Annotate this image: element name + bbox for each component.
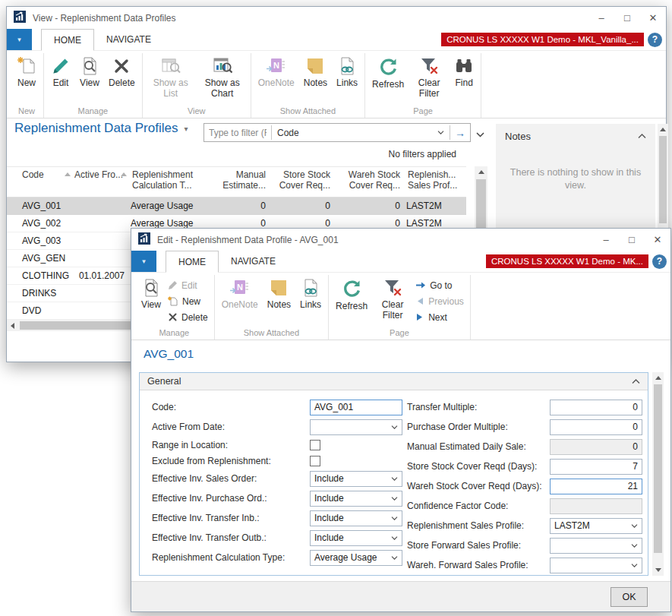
minimize-icon[interactable]: – [593,229,619,251]
view-button[interactable]: View [75,53,104,89]
maximize-icon[interactable]: □ [614,7,640,29]
onenote-button: N OneNote [217,275,263,311]
edit-button[interactable]: Edit [46,53,75,89]
general-fasttab-header[interactable]: General [140,373,648,390]
wareh-forward-sales-profile-select[interactable] [550,558,642,573]
scroll-up-icon[interactable] [658,124,668,135]
wareh-stock-cover-reqd-field[interactable] [550,479,642,494]
col-header-sales-profile[interactable]: Replenish... Sales Prof... [406,167,466,197]
view-button[interactable]: View [137,275,166,311]
range-in-location-checkbox[interactable] [310,440,320,450]
new-button[interactable]: New [12,53,41,89]
ribbon: View Edit New Delete [131,273,670,340]
table-header-row: Code Active Fro... Replenishment Calcula… [7,167,466,197]
scrollbar-thumb[interactable] [654,384,662,553]
col-header-manual-estimate[interactable]: Manual Estimate... [219,167,272,197]
new-button[interactable]: New [168,293,208,309]
clear-filter-button[interactable]: Clear Filter [372,275,413,321]
refresh-button[interactable]: Refresh [368,53,409,90]
replenishment-sales-profile-select[interactable]: LAST2M [550,518,642,534]
scroll-up-icon[interactable] [652,372,664,384]
exclude-from-replenishment-checkbox[interactable] [310,456,320,466]
chevron-down-icon [391,477,398,481]
scroll-left-icon[interactable] [7,320,18,331]
table-row[interactable]: AVG_001 Average Usage 0 0 0 LAST2M [7,197,466,215]
filter-input[interactable] [204,125,271,141]
ribbon-tabstrip: ▼ HOME NAVIGATE CRONUS LS XXXXX W1 Demo … [7,29,666,51]
group-label-page: Page [331,327,468,340]
delete-button[interactable]: Delete [104,53,140,89]
onenote-button: N OneNote [254,53,299,89]
links-button[interactable]: Links [332,53,362,89]
active-from-date-select[interactable] [310,419,402,435]
ribbon-group-manage: Edit View Delete Manage [44,53,143,118]
chevron-down-icon [391,536,398,540]
notes-button[interactable]: Notes [263,275,295,311]
minimize-icon[interactable]: – [588,7,614,29]
titlebar[interactable]: Edit - Replenishment Data Profile - AVG_… [131,229,670,251]
effective-inv-sales-order-select[interactable]: Include [310,471,402,487]
edit-button: Edit [168,277,208,293]
maximize-icon[interactable]: □ [619,229,645,251]
svg-text:N: N [273,61,279,70]
ribbon-group-show-attached: N OneNote Notes Links Show Attached [251,53,365,118]
effective-inv-transfer-inb-select[interactable]: Include [310,510,402,526]
filter-column-selector[interactable]: Code [272,128,450,138]
col-header-calc-type[interactable]: Replenishment Calculation T... [131,167,219,197]
scroll-down-icon[interactable] [652,564,664,576]
close-icon[interactable]: ✕ [640,7,666,29]
transfer-multiple-field[interactable] [550,400,642,415]
refresh-button[interactable]: Refresh [331,275,372,312]
new-document-icon [168,296,178,307]
tab-home[interactable]: HOME [41,29,94,51]
col-header-store-cover[interactable]: Store Stock Cover Req... [272,167,336,197]
apply-filter-arrow-icon[interactable]: → [450,127,470,139]
store-forward-sales-profile-select[interactable] [550,538,642,554]
page-title-caret-icon[interactable]: ▾ [184,125,188,133]
expand-filter-chevron-icon[interactable] [476,127,484,141]
show-as-chart-button[interactable]: Show as Chart [197,53,248,99]
tab-navigate[interactable]: NAVIGATE [219,251,288,272]
store-stock-cover-reqd-label: Store Stock Cover Reqd (Days): [407,461,550,472]
links-button[interactable]: Links [295,275,326,311]
help-icon[interactable]: ? [648,33,662,47]
tab-navigate[interactable]: NAVIGATE [94,29,163,50]
group-label-manage: Manage [137,327,212,340]
col-header-wareh-cover[interactable]: Wareh Stock Cover Req... [336,167,406,197]
application-menu-button[interactable]: ▼ [131,251,156,272]
replenishment-calc-type-label: Replenishment Calculation Type: [152,552,310,563]
effective-inv-purchase-ord-label: Effective Inv. Purchase Ord.: [152,493,310,504]
tab-home[interactable]: HOME [166,251,219,273]
scrollbar-thumb[interactable] [659,136,667,223]
go-to-button[interactable]: Go to [415,277,464,293]
effective-inv-transfer-inb-label: Effective Inv. Transfer Inb.: [152,513,310,523]
ok-button[interactable]: OK [610,587,648,607]
help-icon[interactable]: ? [652,254,667,269]
titlebar[interactable]: View - Replenishment Data Profiles – □ ✕ [7,7,666,29]
collapse-chevron-icon[interactable] [638,134,646,139]
code-label: Code: [152,402,310,412]
next-button[interactable]: Next [415,309,464,325]
range-in-location-label: Range in Location: [152,440,310,450]
collapse-chevron-icon[interactable] [632,379,640,384]
effective-inv-purchase-ord-select[interactable]: Include [310,491,402,507]
form-vertical-scrollbar[interactable] [652,372,664,576]
chevron-down-icon [391,516,398,520]
replenishment-sales-profile-label: Replenishment Sales Profile: [407,520,550,531]
purchase-order-multiple-field[interactable] [550,419,642,435]
replenishment-calc-type-select[interactable]: Average Usage [310,550,402,566]
close-icon[interactable]: ✕ [645,229,670,251]
notes-button[interactable]: Notes [299,53,332,89]
effective-inv-transfer-outb-select[interactable]: Include [310,530,402,546]
find-button[interactable]: Find [450,53,478,89]
clear-filter-button[interactable]: Clear Filter [409,53,450,99]
col-header-code[interactable]: Code [16,167,73,197]
code-field[interactable] [310,400,402,415]
delete-button[interactable]: Delete [168,309,208,325]
application-menu-button[interactable]: ▼ [7,29,32,50]
col-header-active-from[interactable]: Active Fro... [73,167,131,197]
scroll-up-icon[interactable] [475,166,487,178]
notes-panel-title: Notes [505,131,531,142]
store-stock-cover-reqd-field[interactable] [550,459,642,475]
previous-button: Previous [415,293,464,309]
